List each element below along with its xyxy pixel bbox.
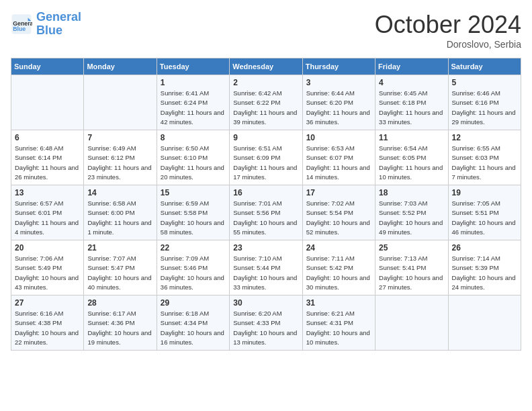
day-info: Sunrise: 7:13 AM Sunset: 5:41 PM Dayligh… [379,254,444,292]
day-info: Sunrise: 6:55 AM Sunset: 6:03 PM Dayligh… [452,144,517,182]
page-header: General Blue GeneralBlue October 2024 Do… [11,11,521,50]
day-of-week-header: Tuesday [157,58,229,75]
day-of-week-header: Monday [84,58,157,75]
day-number: 17 [306,188,371,197]
day-info: Sunrise: 7:14 AM Sunset: 5:39 PM Dayligh… [452,254,517,292]
calendar-cell: 14Sunrise: 6:58 AM Sunset: 6:00 PM Dayli… [84,185,157,240]
calendar-cell: 21Sunrise: 7:07 AM Sunset: 5:47 PM Dayli… [84,240,157,295]
day-number: 2 [233,78,298,87]
day-info: Sunrise: 7:11 AM Sunset: 5:42 PM Dayligh… [306,254,371,292]
day-number: 8 [161,133,226,142]
day-info: Sunrise: 7:05 AM Sunset: 5:51 PM Dayligh… [452,199,517,237]
calendar-cell [448,295,521,351]
calendar-header-row: SundayMondayTuesdayWednesdayThursdayFrid… [11,58,521,75]
calendar-cell: 4Sunrise: 6:45 AM Sunset: 6:18 PM Daylig… [375,75,448,130]
calendar-week-row: 27Sunrise: 6:16 AM Sunset: 4:38 PM Dayli… [11,295,521,351]
day-number: 11 [379,133,444,142]
day-info: Sunrise: 6:18 AM Sunset: 4:34 PM Dayligh… [161,309,226,347]
calendar-cell: 11Sunrise: 6:54 AM Sunset: 6:05 PM Dayli… [375,130,448,185]
day-info: Sunrise: 7:03 AM Sunset: 5:52 PM Dayligh… [379,199,444,237]
calendar-cell: 31Sunrise: 6:21 AM Sunset: 4:31 PM Dayli… [302,295,375,351]
calendar-cell: 3Sunrise: 6:44 AM Sunset: 6:20 PM Daylig… [302,75,375,130]
calendar-cell: 6Sunrise: 6:48 AM Sunset: 6:14 PM Daylig… [11,130,84,185]
calendar-cell: 20Sunrise: 7:06 AM Sunset: 5:49 PM Dayli… [11,240,84,295]
calendar-cell: 5Sunrise: 6:46 AM Sunset: 6:16 PM Daylig… [448,75,521,130]
day-info: Sunrise: 7:09 AM Sunset: 5:46 PM Dayligh… [161,254,226,292]
day-number: 3 [306,78,371,87]
day-info: Sunrise: 6:44 AM Sunset: 6:20 PM Dayligh… [306,89,371,127]
calendar-cell: 2Sunrise: 6:42 AM Sunset: 6:22 PM Daylig… [230,75,302,130]
location: Doroslovo, Serbia [375,39,521,50]
day-number: 31 [306,298,371,308]
day-number: 27 [15,298,80,308]
calendar-week-row: 20Sunrise: 7:06 AM Sunset: 5:49 PM Dayli… [11,240,521,295]
calendar-cell: 15Sunrise: 6:59 AM Sunset: 5:58 PM Dayli… [157,185,229,240]
day-info: Sunrise: 6:16 AM Sunset: 4:38 PM Dayligh… [15,309,80,347]
calendar-cell: 7Sunrise: 6:49 AM Sunset: 6:12 PM Daylig… [84,130,157,185]
day-info: Sunrise: 6:42 AM Sunset: 6:22 PM Dayligh… [233,89,298,127]
month-title: October 2024 [375,11,521,39]
calendar-cell: 24Sunrise: 7:11 AM Sunset: 5:42 PM Dayli… [302,240,375,295]
calendar-cell: 1Sunrise: 6:41 AM Sunset: 6:24 PM Daylig… [157,75,229,130]
day-number: 9 [233,133,298,142]
day-of-week-header: Thursday [302,58,375,75]
day-number: 20 [15,243,80,253]
day-info: Sunrise: 7:02 AM Sunset: 5:54 PM Dayligh… [306,199,371,237]
day-of-week-header: Saturday [448,58,521,75]
logo: General Blue GeneralBlue [11,11,81,38]
day-number: 4 [379,78,444,87]
calendar-cell: 9Sunrise: 6:51 AM Sunset: 6:09 PM Daylig… [230,130,302,185]
calendar-cell: 10Sunrise: 6:53 AM Sunset: 6:07 PM Dayli… [302,130,375,185]
calendar-cell: 12Sunrise: 6:55 AM Sunset: 6:03 PM Dayli… [448,130,521,185]
calendar-cell: 18Sunrise: 7:03 AM Sunset: 5:52 PM Dayli… [375,185,448,240]
day-number: 14 [87,188,152,197]
title-block: October 2024 Doroslovo, Serbia [375,11,521,50]
calendar-cell: 22Sunrise: 7:09 AM Sunset: 5:46 PM Dayli… [157,240,229,295]
calendar-cell: 25Sunrise: 7:13 AM Sunset: 5:41 PM Dayli… [375,240,448,295]
calendar-week-row: 1Sunrise: 6:41 AM Sunset: 6:24 PM Daylig… [11,75,521,130]
day-number: 12 [452,133,517,142]
day-of-week-header: Sunday [11,58,84,75]
day-number: 13 [15,188,80,197]
day-number: 15 [161,188,226,197]
logo-icon: General Blue [11,13,32,35]
day-number: 22 [161,243,226,253]
day-number: 24 [306,243,371,253]
calendar-cell: 8Sunrise: 6:50 AM Sunset: 6:10 PM Daylig… [157,130,229,185]
day-info: Sunrise: 6:54 AM Sunset: 6:05 PM Dayligh… [379,144,444,182]
calendar-cell: 17Sunrise: 7:02 AM Sunset: 5:54 PM Dayli… [302,185,375,240]
calendar-cell: 26Sunrise: 7:14 AM Sunset: 5:39 PM Dayli… [448,240,521,295]
calendar-cell: 28Sunrise: 6:17 AM Sunset: 4:36 PM Dayli… [84,295,157,351]
day-info: Sunrise: 6:57 AM Sunset: 6:01 PM Dayligh… [15,199,80,237]
day-of-week-header: Friday [375,58,448,75]
svg-text:Blue: Blue [13,26,26,32]
day-number: 26 [452,243,517,253]
day-number: 28 [87,298,152,308]
day-info: Sunrise: 6:50 AM Sunset: 6:10 PM Dayligh… [161,144,226,182]
calendar-cell: 29Sunrise: 6:18 AM Sunset: 4:34 PM Dayli… [157,295,229,351]
calendar-cell: 19Sunrise: 7:05 AM Sunset: 5:51 PM Dayli… [448,185,521,240]
calendar-week-row: 6Sunrise: 6:48 AM Sunset: 6:14 PM Daylig… [11,130,521,185]
day-info: Sunrise: 7:10 AM Sunset: 5:44 PM Dayligh… [233,254,298,292]
day-info: Sunrise: 6:51 AM Sunset: 6:09 PM Dayligh… [233,144,298,182]
calendar-cell [84,75,157,130]
day-info: Sunrise: 6:21 AM Sunset: 4:31 PM Dayligh… [306,309,371,347]
day-number: 29 [161,298,226,308]
day-info: Sunrise: 6:49 AM Sunset: 6:12 PM Dayligh… [87,144,152,182]
day-number: 7 [87,133,152,142]
calendar-cell: 13Sunrise: 6:57 AM Sunset: 6:01 PM Dayli… [11,185,84,240]
day-info: Sunrise: 6:58 AM Sunset: 6:00 PM Dayligh… [87,199,152,237]
day-info: Sunrise: 6:48 AM Sunset: 6:14 PM Dayligh… [15,144,80,182]
day-info: Sunrise: 6:20 AM Sunset: 4:33 PM Dayligh… [233,309,298,347]
day-number: 25 [379,243,444,253]
day-number: 30 [233,298,298,308]
calendar-cell: 16Sunrise: 7:01 AM Sunset: 5:56 PM Dayli… [230,185,302,240]
calendar-cell: 23Sunrise: 7:10 AM Sunset: 5:44 PM Dayli… [230,240,302,295]
day-number: 1 [161,78,226,87]
day-number: 16 [233,188,298,197]
day-number: 10 [306,133,371,142]
day-info: Sunrise: 6:45 AM Sunset: 6:18 PM Dayligh… [379,89,444,127]
calendar-cell: 30Sunrise: 6:20 AM Sunset: 4:33 PM Dayli… [230,295,302,351]
calendar-cell [375,295,448,351]
day-info: Sunrise: 7:06 AM Sunset: 5:49 PM Dayligh… [15,254,80,292]
